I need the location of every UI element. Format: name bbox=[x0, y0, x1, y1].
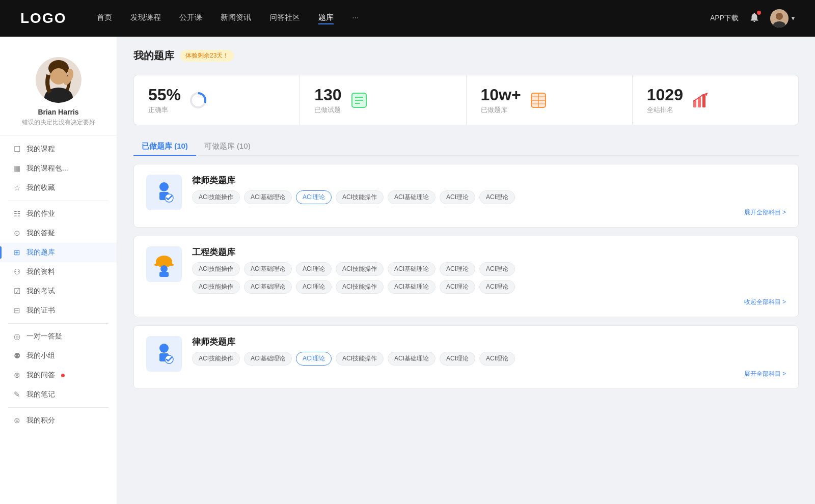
tag-1-2[interactable]: ACI理论 bbox=[296, 262, 332, 276]
svg-point-32 bbox=[160, 265, 168, 272]
sidebar-label-questions: 我的答疑 bbox=[26, 229, 55, 238]
logo: LOGO bbox=[20, 10, 66, 26]
svg-rect-24 bbox=[702, 94, 705, 107]
list-icon bbox=[350, 91, 368, 109]
tag-1-r2-4[interactable]: ACI基础理论 bbox=[388, 280, 436, 294]
tags-section-engineer: 工程类题库 ACI技能操作 ACI基础理论 ACI理论 ACI技能操作 ACI基… bbox=[192, 246, 786, 306]
sidebar-item-notes[interactable]: ✎ 我的笔记 bbox=[0, 385, 117, 404]
sidebar-item-points[interactable]: ⊜ 我的积分 bbox=[0, 411, 117, 430]
tag-1-6[interactable]: ACI理论 bbox=[479, 262, 515, 276]
stat-accuracy: 55% 正确率 bbox=[134, 75, 300, 125]
tab-available[interactable]: 可做题库 (10) bbox=[196, 137, 259, 155]
tag-1-r2-2[interactable]: ACI理论 bbox=[296, 280, 332, 294]
nav-qa[interactable]: 问答社区 bbox=[269, 13, 300, 24]
user-avatar-wrap[interactable]: ▾ bbox=[770, 9, 795, 27]
sidebar-item-certificates[interactable]: ⊟ 我的证书 bbox=[0, 301, 117, 320]
tags-row-lawyer-2: ACI技能操作 ACI基础理论 ACI理论 ACI技能操作 ACI基础理论 AC… bbox=[192, 352, 786, 366]
tag-1-r2-0[interactable]: ACI技能操作 bbox=[192, 280, 240, 294]
certificate-icon: ⊟ bbox=[12, 306, 21, 315]
svg-point-1 bbox=[776, 13, 783, 20]
sidebar-item-questions[interactable]: ⊙ 我的答疑 bbox=[0, 223, 117, 243]
main-nav: 首页 发现课程 公开课 新闻资讯 问答社区 题库 ··· bbox=[97, 13, 710, 24]
sidebar-item-homework[interactable]: ☷ 我的作业 bbox=[0, 204, 117, 223]
document-icon: ☐ bbox=[12, 145, 21, 154]
nav-open-course[interactable]: 公开课 bbox=[179, 13, 202, 24]
tag-1-r2-5[interactable]: ACI理论 bbox=[440, 280, 475, 294]
qbank-section-engineer: 工程类题库 ACI技能操作 ACI基础理论 ACI理论 ACI技能操作 ACI基… bbox=[133, 236, 799, 317]
sidebar-item-one-on-one[interactable]: ◎ 一对一答疑 bbox=[0, 327, 117, 346]
tag-2-4[interactable]: ACI基础理论 bbox=[388, 352, 436, 366]
app-download-link[interactable]: APP下载 bbox=[710, 14, 739, 23]
sidebar-item-course-package[interactable]: ▦ 我的课程包... bbox=[0, 159, 117, 178]
sidebar-item-question-bank[interactable]: ⊞ 我的题库 bbox=[0, 243, 117, 262]
tag-1-r2-1[interactable]: ACI基础理论 bbox=[244, 280, 292, 294]
expand-link-lawyer-1[interactable]: 展开全部科目 > bbox=[192, 208, 786, 217]
qbank-title-lawyer-2: 律师类题库 bbox=[192, 336, 786, 348]
bar-chart-icon: ▦ bbox=[12, 164, 21, 173]
tag-1-r2-6[interactable]: ACI理论 bbox=[479, 280, 515, 294]
tag-2-0[interactable]: ACI技能操作 bbox=[192, 352, 240, 366]
sidebar-label-certificates: 我的证书 bbox=[26, 306, 55, 315]
nav-home[interactable]: 首页 bbox=[97, 13, 112, 24]
tag-2-2[interactable]: ACI理论 bbox=[296, 352, 332, 366]
qa-icon: ⊗ bbox=[12, 371, 21, 380]
qbank-content-lawyer-2: 律师类题库 ACI技能操作 ACI基础理论 ACI理论 ACI技能操作 ACI基… bbox=[146, 336, 786, 378]
tag-1-5[interactable]: ACI理论 bbox=[440, 262, 475, 276]
stat-ranking-label: 全站排名 bbox=[647, 105, 683, 115]
sidebar-item-favorites[interactable]: ☆ 我的收藏 bbox=[0, 178, 117, 198]
tag-1-3[interactable]: ACI技能操作 bbox=[336, 262, 384, 276]
page-title: 我的题库 bbox=[133, 49, 174, 63]
sidebar-label-notes: 我的笔记 bbox=[26, 390, 55, 399]
stat-bank-count-label: 已做题库 bbox=[481, 105, 521, 115]
nav-discover[interactable]: 发现课程 bbox=[130, 13, 161, 24]
profile-section: Brian Harris 错误的决定比没有决定要好 bbox=[0, 47, 117, 135]
notification-bell[interactable] bbox=[749, 12, 760, 25]
svg-point-10 bbox=[194, 96, 202, 104]
tag-1-1[interactable]: ACI基础理论 bbox=[244, 262, 292, 276]
tag-1-0[interactable]: ACI技能操作 bbox=[192, 262, 240, 276]
sidebar-divider-1 bbox=[8, 201, 108, 201]
main-content: 我的题库 体验剩余23天！ 55% 正确率 bbox=[117, 37, 815, 504]
stat-questions-done: 130 已做试题 bbox=[300, 75, 466, 125]
sidebar-item-exams[interactable]: ☑ 我的考试 bbox=[0, 282, 117, 301]
sidebar-item-materials[interactable]: ⚇ 我的资料 bbox=[0, 262, 117, 282]
stat-accuracy-value: 55% bbox=[148, 86, 181, 104]
header: LOGO 首页 发现课程 公开课 新闻资讯 问答社区 题库 ··· APP下载 … bbox=[0, 0, 815, 37]
qbank-title-lawyer-1: 律师类题库 bbox=[192, 175, 786, 186]
tag-0-1[interactable]: ACI基础理论 bbox=[244, 190, 292, 204]
tag-2-6[interactable]: ACI理论 bbox=[479, 352, 515, 366]
tag-2-3[interactable]: ACI技能操作 bbox=[336, 352, 384, 366]
expand-link-lawyer-2[interactable]: 展开全部科目 > bbox=[192, 370, 786, 378]
tags-row-engineer-2: ACI技能操作 ACI基础理论 ACI理论 ACI技能操作 ACI基础理论 AC… bbox=[192, 280, 786, 294]
stat-questions-done-label: 已做试题 bbox=[314, 105, 341, 115]
tag-0-0[interactable]: ACI技能操作 bbox=[192, 190, 240, 204]
tag-0-4[interactable]: ACI基础理论 bbox=[388, 190, 436, 204]
tag-0-6[interactable]: ACI理论 bbox=[479, 190, 515, 204]
nav-question-bank[interactable]: 题库 bbox=[318, 13, 334, 24]
profile-motto: 错误的决定比没有决定要好 bbox=[22, 118, 95, 127]
tags-row-lawyer-1: ACI技能操作 ACI基础理论 ACI理论 ACI技能操作 ACI基础理论 AC… bbox=[192, 190, 786, 204]
tab-done[interactable]: 已做题库 (10) bbox=[133, 137, 196, 155]
tag-1-4[interactable]: ACI基础理论 bbox=[388, 262, 436, 276]
nav-news[interactable]: 新闻资讯 bbox=[221, 13, 251, 24]
tag-0-3[interactable]: ACI技能操作 bbox=[336, 190, 384, 204]
sidebar-item-group[interactable]: ⚉ 我的小组 bbox=[0, 346, 117, 366]
stat-questions-done-value: 130 bbox=[314, 86, 341, 104]
tag-0-5[interactable]: ACI理论 bbox=[440, 190, 475, 204]
tag-1-r2-3[interactable]: ACI技能操作 bbox=[336, 280, 384, 294]
sidebar-label-course-package: 我的课程包... bbox=[26, 164, 68, 173]
pencil-icon: ✎ bbox=[12, 390, 21, 399]
engineer-icon bbox=[146, 246, 182, 282]
tag-2-5[interactable]: ACI理论 bbox=[440, 352, 475, 366]
nav-more[interactable]: ··· bbox=[352, 13, 359, 24]
sidebar-item-my-courses[interactable]: ☐ 我的课程 bbox=[0, 139, 117, 159]
tag-0-2[interactable]: ACI理论 bbox=[296, 190, 332, 204]
tag-2-1[interactable]: ACI基础理论 bbox=[244, 352, 292, 366]
stats-row: 55% 正确率 130 已做试题 bbox=[133, 75, 799, 125]
chevron-down-icon: ▾ bbox=[792, 15, 795, 22]
sidebar-label-my-qa: 我的问答 bbox=[26, 371, 55, 380]
stat-bank-count: 10w+ 已做题库 bbox=[467, 75, 633, 125]
tags-section-lawyer-1: 律师类题库 ACI技能操作 ACI基础理论 ACI理论 ACI技能操作 ACI基… bbox=[192, 175, 786, 217]
collapse-link-engineer[interactable]: 收起全部科目 > bbox=[192, 298, 786, 306]
sidebar-item-my-qa[interactable]: ⊗ 我的问答 bbox=[0, 366, 117, 385]
